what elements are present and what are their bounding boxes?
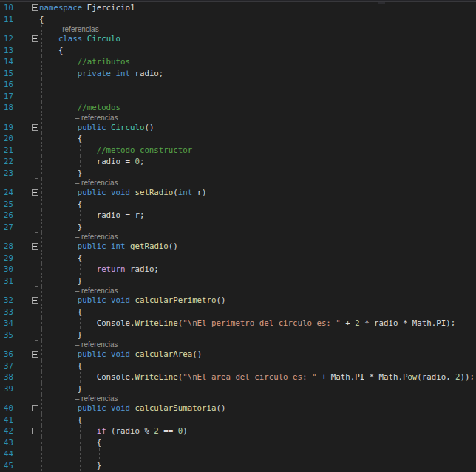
- line-number[interactable]: 27: [0, 222, 13, 233]
- line-number[interactable]: 30: [0, 264, 13, 276]
- line-number[interactable]: 22: [0, 156, 13, 168]
- token-kw: class: [58, 34, 82, 44]
- code-line-36: 36 public void calcularArea(): [0, 349, 476, 360]
- line-number[interactable]: 15: [0, 68, 13, 80]
- codelens-references-link[interactable]: – referencias: [75, 394, 118, 403]
- token-plain: radio =: [39, 157, 135, 166]
- code-text[interactable]: {: [39, 437, 101, 449]
- code-text[interactable]: radio = 0;: [39, 156, 144, 168]
- line-number[interactable]: 14: [0, 56, 13, 68]
- code-text[interactable]: {: [39, 133, 82, 145]
- token-plain: {: [39, 199, 82, 209]
- line-number[interactable]: 43: [0, 437, 13, 449]
- token-plain: ): [183, 426, 187, 436]
- line-number[interactable]: 17: [0, 91, 13, 103]
- line-number[interactable]: 45: [0, 460, 13, 472]
- code-text[interactable]: {: [39, 14, 44, 26]
- token-plain: }: [39, 384, 82, 394]
- code-text[interactable]: public Circulo(): [39, 122, 154, 134]
- codelens-references-link[interactable]: – referencias: [75, 341, 118, 349]
- fold-collapse-button[interactable]: [32, 243, 38, 250]
- line-number[interactable]: 34: [0, 318, 13, 329]
- code-text[interactable]: //metodos: [39, 102, 120, 114]
- token-plain: Console.: [39, 372, 135, 382]
- code-text[interactable]: }: [39, 460, 101, 472]
- codelens-references-link[interactable]: – referencias: [56, 25, 99, 33]
- line-number[interactable]: 28: [0, 241, 13, 253]
- code-text[interactable]: {: [39, 45, 63, 57]
- code-text[interactable]: }: [39, 329, 82, 341]
- codelens-references-link[interactable]: – referencias: [75, 287, 118, 295]
- line-number[interactable]: 26: [0, 210, 13, 222]
- code-text[interactable]: class Circulo: [39, 33, 120, 45]
- line-number[interactable]: 16: [0, 79, 13, 91]
- code-text[interactable]: {: [39, 307, 82, 318]
- fold-collapse-button[interactable]: [32, 428, 38, 434]
- code-text[interactable]: public void setRadio(int r): [39, 187, 207, 199]
- code-text[interactable]: public void calcularArea(): [39, 349, 202, 360]
- line-number[interactable]: 13: [0, 45, 13, 57]
- indent-guide: [61, 179, 61, 187]
- code-text[interactable]: private int radio;: [39, 68, 163, 80]
- code-text[interactable]: public void calcularSumatoria(): [39, 403, 225, 414]
- token-type: Circulo: [111, 123, 144, 132]
- line-number[interactable]: 25: [0, 199, 13, 211]
- indent-guide: [41, 287, 42, 295]
- code-text[interactable]: //atributos: [39, 56, 130, 68]
- code-text[interactable]: {: [39, 414, 82, 426]
- line-number[interactable]: 21: [0, 145, 13, 157]
- line-number[interactable]: 38: [0, 372, 13, 383]
- line-number[interactable]: 33: [0, 307, 13, 318]
- fold-collapse-button[interactable]: [32, 351, 38, 358]
- code-text[interactable]: //metodo constructor: [39, 145, 192, 157]
- code-text[interactable]: {: [39, 199, 82, 211]
- code-text[interactable]: {: [39, 360, 82, 372]
- indent-guide: [80, 448, 81, 460]
- line-number[interactable]: 44: [0, 448, 13, 460]
- line-number[interactable]: 32: [0, 295, 13, 307]
- code-text[interactable]: }: [39, 222, 82, 233]
- line-number[interactable]: 24: [0, 187, 13, 199]
- line-number[interactable]: 12: [0, 33, 13, 45]
- code-text[interactable]: }: [39, 276, 82, 287]
- line-number[interactable]: 18: [0, 102, 13, 114]
- line-number[interactable]: 10: [0, 2, 13, 14]
- line-number[interactable]: 20: [0, 133, 13, 145]
- codelens-references-link[interactable]: – referencias: [75, 179, 118, 187]
- code-text[interactable]: public void calcularPerimetro(): [39, 295, 225, 307]
- token-plain: r): [192, 188, 206, 197]
- code-text[interactable]: public int getRadio(): [39, 241, 178, 253]
- codelens-references-link[interactable]: – referencias: [75, 114, 118, 122]
- code-text[interactable]: }: [39, 383, 82, 395]
- fold-collapse-button[interactable]: [32, 4, 38, 11]
- line-number[interactable]: 36: [0, 349, 13, 360]
- code-line-41: 41 {: [0, 414, 476, 426]
- line-number[interactable]: 19: [0, 122, 13, 134]
- fold-collapse-button[interactable]: [32, 124, 38, 131]
- code-editor: 10namespace Ejercicio111{– referencias12…: [0, 0, 476, 472]
- line-number[interactable]: 35: [0, 329, 13, 341]
- line-number[interactable]: 40: [0, 403, 13, 414]
- line-number[interactable]: 31: [0, 276, 13, 287]
- line-number[interactable]: 29: [0, 253, 13, 264]
- code-text[interactable]: }: [39, 168, 82, 179]
- line-number[interactable]: 37: [0, 360, 13, 372]
- line-number[interactable]: 39: [0, 383, 13, 395]
- line-number[interactable]: 42: [0, 425, 13, 437]
- code-text[interactable]: Console.WriteLine("\nEl area del circulo…: [39, 372, 475, 383]
- line-number[interactable]: 23: [0, 168, 13, 179]
- fold-collapse-button[interactable]: [32, 405, 38, 411]
- token-plain: }: [39, 461, 101, 471]
- fold-collapse-button[interactable]: [32, 297, 38, 304]
- code-text[interactable]: namespace Ejercicio1: [39, 2, 135, 14]
- codelens-references-link[interactable]: – referencias: [75, 233, 118, 241]
- code-text[interactable]: {: [39, 253, 82, 264]
- code-text[interactable]: if (radio % 2 == 0): [39, 425, 188, 437]
- line-number[interactable]: 11: [0, 14, 13, 26]
- fold-collapse-button[interactable]: [32, 35, 38, 42]
- code-text[interactable]: return radio;: [39, 264, 159, 276]
- line-number[interactable]: 41: [0, 414, 13, 426]
- code-text[interactable]: Console.WriteLine("\nEl perimetro del ci…: [39, 318, 455, 329]
- fold-collapse-button[interactable]: [32, 189, 38, 196]
- code-text[interactable]: radio = r;: [39, 210, 144, 222]
